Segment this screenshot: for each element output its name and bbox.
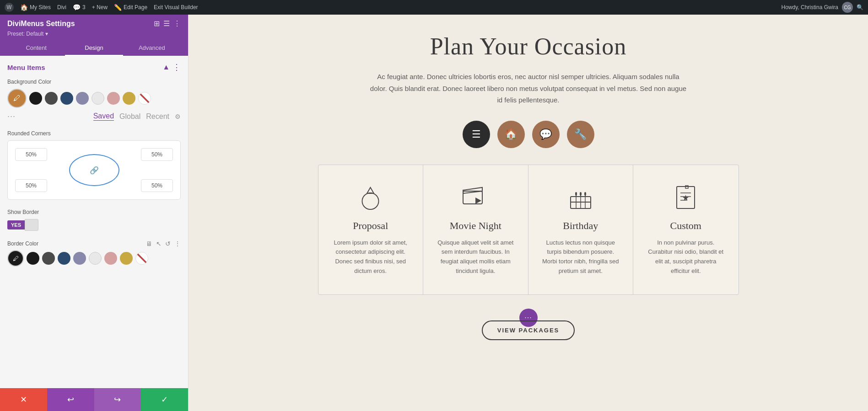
home-icon: 🏠 [20,4,28,11]
panel-footer: ✕ ↩ ↪ ✓ [0,388,188,411]
border-swatch-darkgray[interactable] [42,252,55,265]
color-swatch-black[interactable] [29,92,42,105]
edit-icon: ✏️ [114,4,122,11]
preset-dropdown-icon: ▾ [45,31,48,37]
border-swatch-gold[interactable] [120,252,133,265]
nav-icon-menu[interactable]: ☰ [463,121,490,148]
more-icon[interactable]: ⋮ [174,240,181,247]
custom-text: In non pulvinar purus. Curabitur nisi od… [647,238,725,276]
tab-design[interactable]: Design [65,41,123,56]
corner-grid: 🔗 [7,140,181,200]
more-swatches-button[interactable]: ··· [7,112,16,121]
color-swatch-navy[interactable] [60,92,73,105]
svg-marker-3 [475,197,481,204]
divi-menu[interactable]: Divi [57,4,66,11]
avatar[interactable]: CG [842,2,853,13]
border-swatch-navy[interactable] [58,252,70,265]
birthday-card: Birthday Luctus lectus non quisque turpi… [528,165,634,294]
panel-content: Menu Items ▲ ⋮ Background Color 🖊 [0,56,188,388]
color-settings-icon[interactable]: ⚙ [175,113,181,120]
cards-grid: Proposal Lorem ipsum dolor sit amet, con… [318,165,739,295]
view-packages-button[interactable]: VIEW PACKAGES [482,320,575,340]
preset-row[interactable]: Preset: Default ▾ [7,31,181,37]
wp-admin-bar: W 🏠 My Sites Divi 💬 3 + New ✏️ Edit Page… [0,0,868,15]
top-right-corner-input[interactable] [141,148,173,161]
bottom-right-corner-input[interactable] [141,179,173,192]
color-swatch-darkgray[interactable] [45,92,58,105]
border-swatch-none[interactable] [135,252,148,265]
border-swatch-lightgray[interactable] [89,252,102,265]
border-active-swatch[interactable]: 🖊 [7,250,24,267]
color-swatch-lightgray[interactable] [92,92,104,105]
svg-point-0 [362,193,379,209]
bottom-left-corner-input[interactable] [15,179,47,192]
nav-icon-tools[interactable]: 🔧 [567,121,594,148]
color-bottom-row: ··· Saved Global Recent ⚙ [7,112,181,121]
color-swatch-pink[interactable] [107,92,120,105]
confirm-button[interactable]: ✓ [141,388,188,411]
section-actions: ▲ ⋮ [162,62,181,72]
svg-point-10 [575,192,577,196]
corner-visual: 🔗 [69,154,119,186]
recent-tab[interactable]: Recent [146,112,169,121]
new-button[interactable]: + New [92,4,108,11]
view-packages-container: ··· VIEW PACKAGES [482,313,575,340]
color-swatch-lavender[interactable] [76,92,89,105]
section-collapse-icon[interactable]: ▲ [162,63,170,71]
cursor-icon[interactable]: ↖ [156,240,162,247]
section-header: Menu Items ▲ ⋮ [7,62,181,72]
color-swatches-row: 🖊 [7,89,181,108]
border-swatch-pink[interactable] [104,252,117,265]
nav-icon-chat[interactable]: 💬 [532,121,560,148]
redo-button[interactable]: ↪ [94,388,141,411]
toggle-no-area[interactable] [25,219,38,231]
page-subtitle: Ac feugiat ante. Donec ultricies loborti… [368,71,689,106]
toggle-row: YES [7,219,181,231]
tab-advanced[interactable]: Advanced [123,41,181,56]
saved-tab[interactable]: Saved [93,112,114,121]
border-swatch-black[interactable] [27,252,39,265]
cancel-button[interactable]: ✕ [0,388,47,411]
panel-title-icons: ⊞ ☰ ⋮ [154,19,181,28]
wp-logo[interactable]: W [5,3,14,12]
tab-content[interactable]: Content [7,41,65,56]
color-swatch-gold[interactable] [123,92,135,105]
nav-icon-home[interactable]: 🏠 [497,121,525,148]
active-color-swatch[interactable]: 🖊 [7,89,27,108]
more-options-icon[interactable]: ⋮ [173,19,181,28]
birthday-icon [567,183,594,211]
movie-icon [461,183,491,211]
color-tabs-row: Saved Global Recent ⚙ [19,112,181,121]
tabs-row: Content Design Advanced [7,41,181,56]
grid-icon[interactable]: ⊞ [154,19,160,28]
color-swatch-none[interactable] [138,92,151,105]
birthday-text: Luctus lectus non quisque turpis bibendu… [542,238,620,276]
movie-night-title: Movie Night [450,220,501,232]
my-sites-menu[interactable]: 🏠 My Sites [20,4,51,11]
layout-icon[interactable]: ☰ [163,19,170,28]
svg-point-12 [580,192,582,196]
top-left-corner-input[interactable] [15,148,47,161]
exit-builder-button[interactable]: Exit Visual Builder [154,4,198,11]
border-swatch-lavender[interactable] [73,252,86,265]
right-content: Plan Your Occasion Ac feugiat ante. Done… [189,15,868,411]
proposal-icon [358,183,383,211]
background-color-label: Background Color [7,79,181,85]
global-tab[interactable]: Global [119,112,140,121]
edit-page-button[interactable]: ✏️ Edit Page [114,4,147,11]
left-panel: DiviMenus Settings ⊞ ☰ ⋮ Preset: Default… [0,15,189,411]
undo-button[interactable]: ↩ [47,388,94,411]
movie-night-card: Movie Night Quisque aliquet velit sit am… [423,165,528,294]
toggle-yes[interactable]: YES [7,220,25,230]
reset-icon[interactable]: ↺ [165,240,171,247]
comments-menu[interactable]: 💬 3 [73,4,86,11]
link-icon[interactable]: 🔗 [90,166,99,175]
search-icon[interactable]: 🔍 [857,4,863,11]
panel-header: DiviMenus Settings ⊞ ☰ ⋮ Preset: Default… [0,15,188,56]
custom-icon [673,183,698,211]
eyedropper-icon: 🖊 [13,94,21,102]
main-layout: DiviMenus Settings ⊞ ☰ ⋮ Preset: Default… [0,15,868,411]
section-more-icon[interactable]: ⋮ [173,62,181,72]
birthday-title: Birthday [563,220,598,232]
desktop-icon[interactable]: 🖥 [146,240,152,247]
